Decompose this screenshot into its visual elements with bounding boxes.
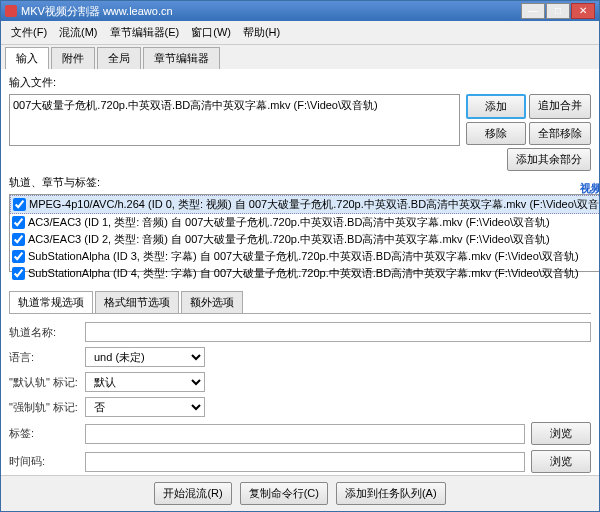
menu-file[interactable]: 文件(F) xyxy=(5,23,53,42)
track-label: AC3/EAC3 (ID 1, 类型: 音频) 自 007大破量子危机.720p… xyxy=(28,215,550,230)
default-flag-label: "默认轨" 标记: xyxy=(9,375,79,390)
track-checkbox[interactable] xyxy=(12,216,25,229)
tags-browse-button[interactable]: 浏览 xyxy=(531,422,591,445)
app-icon xyxy=(5,5,17,17)
tags-label: 标签: xyxy=(9,426,79,441)
subtab-extra[interactable]: 额外选项 xyxy=(181,291,243,313)
timecode-browse-button[interactable]: 浏览 xyxy=(531,450,591,473)
timecode-label: 时间码: xyxy=(9,454,79,469)
tab-chapters[interactable]: 章节编辑器 xyxy=(143,47,220,69)
language-select[interactable]: und (未定) xyxy=(85,347,205,367)
maximize-button[interactable]: □ xyxy=(546,3,570,19)
window-title: MKV视频分割器 www.leawo.cn xyxy=(21,4,173,19)
menubar: 文件(F) 混流(M) 章节编辑器(E) 窗口(W) 帮助(H) xyxy=(1,21,599,45)
annotation-video: 视频流 xyxy=(580,181,599,196)
add-button[interactable]: 添加 xyxy=(466,94,526,119)
app-window: MKV视频分割器 www.leawo.cn — □ ✕ 文件(F) 混流(M) … xyxy=(0,0,600,512)
input-files-label: 输入文件: xyxy=(9,75,591,90)
titlebar: MKV视频分割器 www.leawo.cn — □ ✕ xyxy=(1,1,599,21)
minimize-button[interactable]: — xyxy=(521,3,545,19)
menu-chapter[interactable]: 章节编辑器(E) xyxy=(104,23,186,42)
tab-attach[interactable]: 附件 xyxy=(51,47,95,69)
track-checkbox[interactable] xyxy=(12,267,25,280)
tab-input[interactable]: 输入 xyxy=(5,47,49,69)
copy-cmd-button[interactable]: 复制命令行(C) xyxy=(240,482,328,505)
default-flag-select[interactable]: 默认 xyxy=(85,372,205,392)
track-label: AC3/EAC3 (ID 2, 类型: 音频) 自 007大破量子危机.720p… xyxy=(28,232,550,247)
track-name-label: 轨道名称: xyxy=(9,325,79,340)
bottom-buttons: 开始混流(R) 复制命令行(C) 添加到任务队列(A) xyxy=(1,475,599,511)
track-row[interactable]: AC3/EAC3 (ID 2, 类型: 音频) 自 007大破量子危机.720p… xyxy=(10,231,599,248)
track-row[interactable]: MPEG-4p10/AVC/h.264 (ID 0, 类型: 视频) 自 007… xyxy=(10,195,599,214)
close-button[interactable]: ✕ xyxy=(571,3,595,19)
timecode-input[interactable] xyxy=(85,452,525,472)
remove-all-button[interactable]: 全部移除 xyxy=(529,122,591,145)
track-row[interactable]: AC3/EAC3 (ID 1, 类型: 音频) 自 007大破量子危机.720p… xyxy=(10,214,599,231)
track-checkbox[interactable] xyxy=(12,233,25,246)
track-label: SubStationAlpha (ID 4, 类型: 字幕) 自 007大破量子… xyxy=(28,266,579,281)
remove-button[interactable]: 移除 xyxy=(466,122,526,145)
main-tabs: 输入 附件 全局 章节编辑器 xyxy=(1,45,599,69)
subtab-general[interactable]: 轨道常规选项 xyxy=(9,291,93,313)
input-file-list[interactable]: 007大破量子危机.720p.中英双语.BD高清中英双字幕.mkv (F:\Vi… xyxy=(9,94,460,146)
add-queue-button[interactable]: 添加到任务队列(A) xyxy=(336,482,446,505)
start-mux-button[interactable]: 开始混流(R) xyxy=(154,482,231,505)
track-checkbox[interactable] xyxy=(12,250,25,263)
forced-flag-label: "强制轨" 标记: xyxy=(9,400,79,415)
track-checkbox[interactable] xyxy=(13,198,26,211)
menu-help[interactable]: 帮助(H) xyxy=(237,23,286,42)
menu-mux[interactable]: 混流(M) xyxy=(53,23,104,42)
tracks-label: 轨道、章节与标签: xyxy=(9,175,591,190)
track-row[interactable]: SubStationAlpha (ID 4, 类型: 字幕) 自 007大破量子… xyxy=(10,265,599,282)
menu-window[interactable]: 窗口(W) xyxy=(185,23,237,42)
track-row[interactable]: SubStationAlpha (ID 3, 类型: 字幕) 自 007大破量子… xyxy=(10,248,599,265)
track-name-input[interactable] xyxy=(85,322,591,342)
append-merge-button[interactable]: 追加合并 xyxy=(529,94,591,119)
track-label: MPEG-4p10/AVC/h.264 (ID 0, 类型: 视频) 自 007… xyxy=(29,197,599,212)
subtab-format[interactable]: 格式细节选项 xyxy=(95,291,179,313)
language-label: 语言: xyxy=(9,350,79,365)
forced-flag-select[interactable]: 否 xyxy=(85,397,205,417)
file-entry[interactable]: 007大破量子危机.720p.中英双语.BD高清中英双字幕.mkv (F:\Vi… xyxy=(13,98,456,113)
track-label: SubStationAlpha (ID 3, 类型: 字幕) 自 007大破量子… xyxy=(28,249,579,264)
tags-input[interactable] xyxy=(85,424,525,444)
subtabs: 轨道常规选项 格式细节选项 额外选项 xyxy=(9,291,591,314)
track-options-form: 轨道名称: 语言:und (未定) "默认轨" 标记:默认 "强制轨" 标记:否… xyxy=(9,318,591,475)
tab-global[interactable]: 全局 xyxy=(97,47,141,69)
content: 输入文件: 007大破量子危机.720p.中英双语.BD高清中英双字幕.mkv … xyxy=(1,69,599,475)
track-list[interactable]: MPEG-4p10/AVC/h.264 (ID 0, 类型: 视频) 自 007… xyxy=(9,194,599,272)
add-rest-button[interactable]: 添加其余部分 xyxy=(507,148,591,171)
